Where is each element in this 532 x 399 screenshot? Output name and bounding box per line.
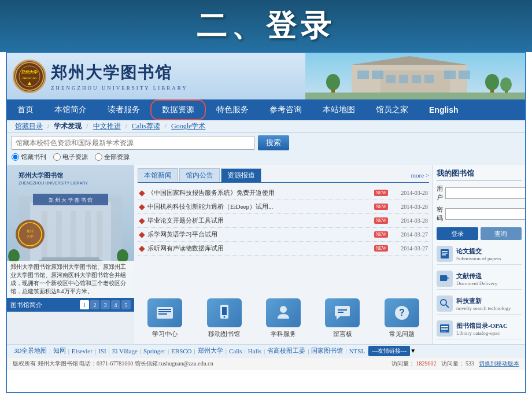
tab-resources[interactable]: 资源报道	[221, 168, 261, 182]
nav-database[interactable]: 数据资源	[150, 99, 206, 120]
nav-about[interactable]: 本馆简介	[44, 99, 97, 120]
blink-calis[interactable]: Calis	[227, 348, 245, 354]
icon-faq[interactable]: ? 常见问题	[375, 298, 429, 338]
dropdown-arrow: ▼	[410, 348, 416, 354]
blink-springer[interactable]: Springer	[141, 348, 168, 354]
icon-mobile-library[interactable]: 移动图书馆	[197, 298, 251, 338]
svg-point-19	[326, 74, 340, 90]
service-opac[interactable]: 图书馆目录-OPAC Library catalog-opac	[437, 318, 522, 339]
nav-english[interactable]: English	[419, 99, 469, 120]
svg-text:郑州大学: 郑州大学	[21, 69, 38, 75]
nav-reader[interactable]: 读者服务	[97, 99, 150, 120]
news-tabs: 本馆新闻 馆内公告 资源报道 more >	[138, 168, 429, 183]
news-title-2[interactable]: 毕业论文开题分析工具试用	[147, 216, 372, 225]
subnav-google[interactable]: Google学术	[168, 121, 209, 131]
svg-point-0	[16, 62, 43, 90]
page-3[interactable]: 3	[101, 300, 110, 309]
nav-special[interactable]: 特色服务	[206, 99, 259, 120]
icon-learning-center[interactable]: 学习中心	[138, 298, 192, 338]
nav-reference[interactable]: 参考咨询	[259, 99, 312, 120]
service-paper-submit[interactable]: 论文提交 Submission of papers	[437, 243, 522, 265]
pwd-label: 密码	[437, 205, 443, 223]
svg-rect-10	[357, 71, 369, 79]
svg-rect-62	[442, 253, 448, 254]
news-item-3: ◆ 乐学网英语学习平台试用 NEW 2014-03-27	[138, 228, 429, 242]
friend-link-dropdown[interactable]: ---友情链接---	[368, 346, 410, 356]
blink-national[interactable]: 国家图书馆	[309, 346, 345, 355]
svg-text:郑州: 郑州	[27, 230, 34, 233]
search-option-electronic[interactable]: 电子资源	[53, 153, 88, 161]
news-badge-4: NEW	[374, 245, 388, 252]
blink-3dmap[interactable]: 3D全景地图	[12, 346, 49, 355]
svg-point-23	[500, 77, 512, 91]
blink-ntsl[interactable]: NTSL	[347, 348, 368, 354]
blink-zzulink[interactable]: 郑州大学	[195, 346, 226, 355]
tab-library-news[interactable]: 本馆新闻	[138, 168, 178, 182]
blink-isi[interactable]: ISI	[96, 348, 108, 354]
news-more[interactable]: more >	[411, 172, 429, 179]
news-title-3[interactable]: 乐学网英语学习平台试用	[147, 230, 372, 239]
nav-personal[interactable]: 馆员之家	[365, 99, 419, 120]
icon-subject-service[interactable]: 学科服务	[256, 298, 311, 338]
service-label-0: 论文提交	[456, 247, 501, 256]
register-button[interactable]: 查询	[481, 227, 522, 240]
header-building	[305, 53, 525, 99]
blink-elsevier[interactable]: Elsevier	[69, 348, 95, 354]
svg-rect-50	[158, 311, 171, 312]
subnav-discovery[interactable]: 学术发现	[50, 121, 85, 131]
logo-english: ZHENGZHOU UNIVERSITY LIBRARY	[51, 85, 188, 91]
blink-ebsco[interactable]: EBSCO	[169, 348, 194, 354]
page-1[interactable]: 1	[80, 300, 89, 309]
tab-label: 图书馆简介	[10, 301, 42, 309]
nav-home[interactable]: 首页	[7, 99, 44, 120]
page-4[interactable]: 4	[111, 300, 120, 309]
svg-rect-57	[338, 312, 343, 313]
svg-point-39	[16, 220, 45, 249]
password-input[interactable]	[445, 208, 526, 220]
footer: 版权所有 郑州大学图书馆 电话：0371-67781660 馆长信箱:tushu…	[7, 357, 525, 370]
service-label-2: 科技查新	[456, 297, 511, 305]
service-doc-delivery[interactable]: 文献传递 Document Delivery	[437, 268, 522, 290]
blink-halis[interactable]: Halis	[246, 348, 264, 354]
page-numbers: 1 2 3 4 5	[80, 300, 131, 309]
title-area: 二、登录	[0, 0, 532, 52]
visit-count: 1829602	[416, 360, 437, 367]
svg-point-21	[485, 74, 499, 90]
page-5[interactable]: 5	[121, 300, 131, 309]
user-row: 用户	[437, 184, 522, 202]
login-button[interactable]: 登录	[437, 227, 478, 240]
subnav-chinese[interactable]: 中文推进	[90, 121, 124, 131]
sub-nav: 馆藏目录 / 学术发现 / 中文推进 / Calis荐读 / Google学术	[7, 120, 525, 133]
news-title-4[interactable]: 乐听网有声读物数据库试用	[147, 244, 372, 253]
svg-rect-69	[441, 326, 448, 327]
nav-bar: 首页 本馆简介 读者服务 数据资源 特色服务 参考咨询 本站地图 馆员之家 En…	[7, 99, 525, 120]
nav-sitemap[interactable]: 本站地图	[312, 99, 365, 120]
library-image: 郑州大学图书馆 ZHENGZHOU UNIVERSITY LIBRARY	[7, 165, 134, 298]
tab-notices[interactable]: 馆内公告	[179, 168, 220, 182]
svg-rect-15	[399, 75, 408, 83]
search-button[interactable]: 搜索	[258, 135, 289, 150]
subnav-calis[interactable]: Calis荐读	[128, 121, 164, 131]
blink-cnki[interactable]: 知网	[51, 346, 68, 355]
mobile-link[interactable]: 切换到移动版本	[479, 360, 519, 368]
news-title-0[interactable]: 《中国国家科技报告服务系统》免费开道使用	[147, 189, 372, 197]
svg-marker-65	[447, 276, 449, 280]
icon-label-4: 常见问题	[389, 330, 415, 338]
page-2[interactable]: 2	[90, 300, 99, 309]
search-input[interactable]	[12, 136, 254, 150]
service-tech-search[interactable]: 科技查新 novelty search technology	[437, 293, 522, 315]
news-title-1[interactable]: 中国机构科技创新能力透析（EiDeep）试用...	[147, 202, 372, 211]
svg-text:郑州大学图书馆: 郑州大学图书馆	[18, 172, 63, 179]
subnav-catalog[interactable]: 馆藏目录	[12, 121, 46, 131]
svg-rect-61	[442, 251, 448, 252]
service-sublabel-1: Document Delivery	[456, 280, 497, 286]
search-option-all[interactable]: 全部资源	[95, 153, 130, 161]
blink-ei[interactable]: Ei Village	[110, 348, 140, 354]
search-option-books[interactable]: 馆藏书刊	[12, 153, 46, 161]
icon-message-board[interactable]: 留言板	[315, 298, 370, 338]
username-input[interactable]	[445, 187, 526, 199]
svg-rect-11	[372, 71, 383, 79]
svg-rect-71	[441, 331, 446, 331]
blink-province[interactable]: 省高校图工委	[265, 346, 308, 355]
my-library-title: 我的图书馆	[437, 168, 522, 181]
